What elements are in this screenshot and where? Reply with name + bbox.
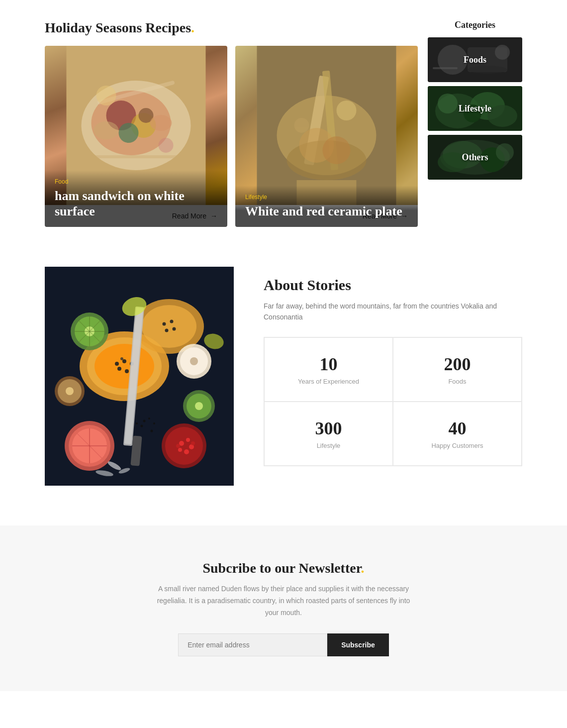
newsletter-title-text: Subcribe to our Newsletter	[202, 560, 361, 576]
svg-point-55	[163, 322, 166, 326]
svg-point-74	[178, 448, 182, 452]
svg-point-89	[190, 357, 198, 365]
svg-point-7	[94, 121, 119, 139]
categories-sidebar: Categories Foods	[428, 20, 522, 227]
subscribe-button[interactable]: Subscribe	[327, 633, 389, 656]
svg-point-95	[141, 425, 143, 427]
stat-customers-number: 40	[407, 418, 507, 439]
email-input[interactable]	[178, 633, 327, 656]
category-foods[interactable]: Foods	[428, 37, 522, 82]
about-image-wrap	[45, 267, 234, 486]
svg-point-22	[337, 101, 357, 120]
svg-point-47	[115, 362, 119, 366]
svg-point-46	[94, 344, 154, 389]
svg-rect-10	[92, 155, 181, 158]
stat-lifestyle: 300 Lifestyle	[264, 402, 393, 466]
svg-point-72	[186, 438, 190, 442]
title-dot: .	[191, 20, 194, 35]
svg-point-11	[96, 86, 116, 105]
svg-point-58	[165, 329, 169, 332]
about-content: About Stories Far far away, behind the w…	[264, 267, 522, 466]
category-others-label: Others	[428, 135, 522, 180]
card-title: ham sandwich on white surface	[55, 188, 217, 219]
svg-point-98	[151, 430, 153, 432]
newsletter-form: Subscribe	[45, 633, 522, 656]
svg-point-52	[120, 357, 123, 360]
page-title: Holiday Seasons Recipes.	[45, 20, 418, 36]
newsletter-title: Subcribe to our Newsletter.	[45, 560, 522, 576]
svg-point-54	[142, 305, 196, 348]
section-about: About Stories Far far away, behind the w…	[45, 257, 522, 486]
card-image-lifestyle	[235, 46, 418, 205]
category-others[interactable]: Others	[428, 135, 522, 180]
svg-point-8	[150, 115, 172, 131]
svg-point-75	[184, 449, 189, 454]
stat-customers: 40 Happy Customers	[393, 402, 522, 466]
svg-point-57	[173, 327, 176, 331]
svg-point-92	[66, 387, 74, 395]
category-foods-label: Foods	[428, 37, 522, 82]
stat-lifestyle-label: Lifestyle	[279, 442, 378, 449]
cards-row: Food ham sandwich on white surface Read …	[45, 46, 418, 227]
categories-heading: Categories	[428, 20, 522, 30]
svg-point-5	[119, 123, 139, 143]
svg-point-97	[136, 422, 138, 424]
svg-point-68	[195, 402, 203, 410]
category-lifestyle-label: Lifestyle	[428, 86, 522, 131]
stat-foods-label: Foods	[407, 378, 507, 385]
stat-lifestyle-number: 300	[279, 418, 378, 439]
svg-point-51	[125, 369, 129, 373]
stat-years-label: Years of Experienced	[279, 378, 378, 385]
svg-point-76	[176, 444, 180, 448]
title-text: Holiday Seasons Recipes	[45, 20, 191, 35]
stats-grid: 10 Years of Experienced 200 Foods 300 Li…	[264, 337, 522, 466]
stat-foods-number: 200	[407, 354, 507, 375]
card-lifestyle[interactable]: Lifestyle White and red ceramic plate Re…	[235, 46, 418, 227]
svg-point-50	[117, 367, 121, 371]
svg-point-94	[148, 417, 150, 419]
svg-point-70	[165, 427, 203, 465]
svg-point-20	[323, 136, 351, 164]
card-title-lifestyle: White and red ceramic plate	[245, 204, 408, 219]
card-category-lifestyle: Lifestyle	[245, 194, 408, 201]
svg-point-23	[294, 118, 309, 133]
newsletter-title-dot: .	[361, 560, 365, 576]
svg-point-48	[122, 359, 126, 363]
svg-point-96	[153, 422, 155, 424]
stat-foods: 200 Foods	[393, 337, 522, 402]
stat-years-number: 10	[279, 354, 378, 375]
stat-years: 10 Years of Experienced	[264, 337, 393, 402]
svg-point-93	[143, 420, 146, 422]
section-newsletter: Subcribe to our Newsletter. A small rive…	[0, 525, 567, 691]
card-category: Food	[55, 178, 217, 185]
card-overlay: Food ham sandwich on white surface	[45, 170, 227, 227]
svg-point-77	[191, 441, 195, 445]
about-image	[45, 267, 234, 486]
stat-customers-label: Happy Customers	[407, 442, 507, 449]
category-lifestyle[interactable]: Lifestyle	[428, 86, 522, 131]
newsletter-description: A small river named Duden flows by their…	[154, 583, 413, 619]
about-title: About Stories	[264, 277, 522, 294]
card-overlay-lifestyle: Lifestyle White and red ceramic plate	[235, 186, 418, 227]
svg-point-56	[170, 320, 174, 323]
svg-point-12	[159, 138, 174, 153]
about-description: Far far away, behind the word mountains,…	[264, 301, 522, 323]
card-food[interactable]: Food ham sandwich on white surface Read …	[45, 46, 227, 227]
